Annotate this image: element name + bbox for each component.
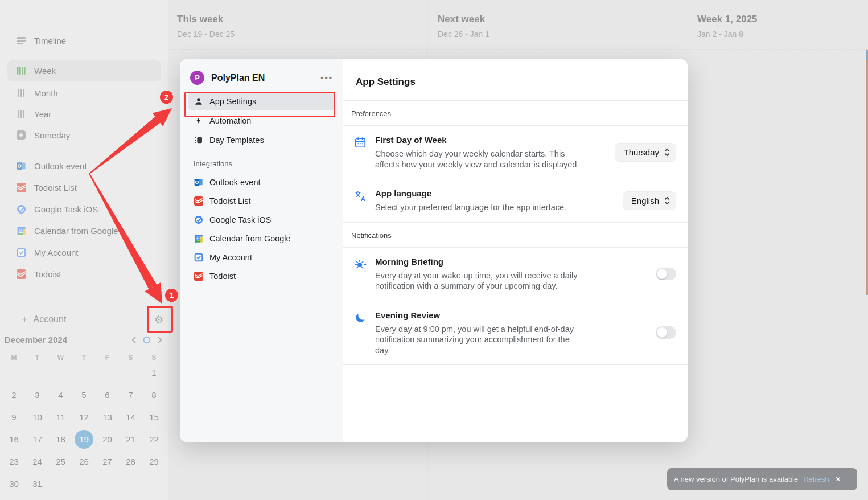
weekday-header-row: M T W T F S S	[0, 354, 168, 362]
integration-label: My Account	[209, 253, 252, 262]
evening-review-toggle[interactable]	[656, 326, 676, 339]
calendar-day[interactable]: 7	[119, 384, 142, 406]
setting-title: First Day of Week	[375, 135, 585, 145]
calendar-day[interactable]: 4	[49, 384, 72, 406]
calendar-day[interactable]: 26	[72, 450, 96, 473]
calendar-day[interactable]: 12	[72, 406, 96, 428]
sidebar-item-google-calendar[interactable]: 31 Calendar from Google	[0, 222, 168, 239]
sidebar-item-my-account[interactable]: My Account	[0, 244, 168, 261]
mini-calendar: December 2024 M T W T F S S 1 2 3 4 5 6 …	[0, 335, 168, 495]
google-calendar-icon: 31	[194, 233, 203, 243]
moon-icon	[353, 311, 367, 325]
calendar-icon	[353, 136, 367, 149]
calendar-next-button[interactable]	[157, 336, 163, 344]
someday-icon	[16, 130, 26, 140]
calendar-today-button[interactable]	[143, 336, 151, 344]
menu-item-app-settings[interactable]: App Settings	[188, 92, 335, 110]
column-range: Dec 26 - Jan 1	[438, 30, 489, 39]
add-account-button[interactable]: + Account	[0, 310, 168, 329]
calendar-day[interactable]: 27	[96, 450, 119, 473]
add-account-label: Account	[34, 314, 67, 325]
first-day-select[interactable]: Thursday	[615, 143, 676, 162]
menu-item-label: Automation	[209, 116, 251, 125]
section-label-notifications: Notifications	[343, 223, 688, 248]
column-title: Week 1, 2025	[697, 14, 758, 25]
calendar-prev-button[interactable]	[131, 336, 137, 344]
sidebar-item-todoist[interactable]: Todoist	[0, 265, 168, 282]
plus-icon: +	[22, 314, 28, 326]
setting-row-first-day: First Day of Week Choose which day your …	[343, 126, 688, 179]
modal-integration-todoist-list[interactable]: Todoist List	[188, 191, 335, 210]
modal-integration-my-account[interactable]: My Account	[188, 248, 335, 267]
mini-calendar-title: December 2024	[5, 335, 131, 345]
calendar-day[interactable]: 10	[26, 406, 49, 428]
calendar-day[interactable]: 29	[142, 450, 166, 473]
integration-label: Todoist List	[209, 196, 251, 206]
modal-integration-outlook[interactable]: Outlook event	[188, 173, 335, 191]
column-title: Next week	[438, 14, 489, 25]
calendar-day[interactable]: 8	[142, 384, 166, 406]
calendar-day[interactable]: 18	[49, 428, 72, 450]
sidebar-item-todoist-list[interactable]: Todoist List	[0, 179, 168, 196]
sidebar-item-week[interactable]: Week	[7, 60, 161, 81]
calendar-day[interactable]: 1	[142, 362, 166, 384]
translate-icon: A	[353, 189, 367, 203]
sidebar-item-label: Timeline	[34, 36, 66, 46]
calendar-day[interactable]: 20	[96, 428, 119, 450]
calendar-day[interactable]: 14	[119, 406, 142, 428]
calendar-day[interactable]: 22	[142, 428, 166, 450]
calendar-day[interactable]: 15	[142, 406, 166, 428]
calendar-day[interactable]: 17	[26, 428, 49, 450]
sidebar-item-label: Month	[34, 88, 58, 98]
integrations-section-label: Integrations	[194, 159, 335, 168]
setting-row-app-language: A App language Select your preferred lan…	[343, 179, 688, 223]
workspace-avatar: P	[190, 71, 204, 85]
workspace-name: PolyPlan EN	[211, 73, 314, 83]
outlook-icon	[16, 161, 26, 171]
calendar-day[interactable]: 24	[26, 450, 49, 473]
modal-integration-todoist[interactable]: Todoist	[188, 267, 335, 285]
calendar-day[interactable]: 6	[96, 384, 119, 406]
calendar-day[interactable]: 11	[49, 406, 72, 428]
calendar-days: 1 2 3 4 5 6 7 8 9 10 11 12 13 14 15 16 1…	[0, 362, 168, 495]
calendar-day[interactable]: 9	[2, 406, 26, 428]
menu-item-automation[interactable]: Automation	[188, 111, 335, 130]
column-week-1: Week 1, 2025 Jan 2 - Jan 8	[697, 14, 758, 39]
calendar-day[interactable]: 30	[2, 473, 26, 495]
sidebar-item-label: Year	[34, 109, 51, 119]
calendar-day[interactable]: 31	[26, 473, 49, 495]
workspace-menu-button[interactable]: •••	[320, 73, 333, 83]
calendar-day[interactable]: 21	[119, 428, 142, 450]
svg-text:31: 31	[196, 237, 200, 240]
calendar-day[interactable]: 16	[2, 428, 26, 450]
morning-briefing-toggle[interactable]	[656, 268, 676, 280]
refresh-link[interactable]: Refresh	[803, 475, 829, 483]
calendar-day[interactable]: 3	[26, 384, 49, 406]
modal-integration-google-task[interactable]: Google Task iOS	[188, 210, 335, 229]
app-language-select[interactable]: English	[623, 191, 676, 210]
sidebar-item-month[interactable]: Month	[0, 84, 168, 101]
calendar-day[interactable]: 25	[49, 450, 72, 473]
menu-item-day-templates[interactable]: Day Templates	[188, 130, 335, 149]
sidebar-item-year[interactable]: Year	[0, 105, 168, 122]
calendar-day-selected[interactable]: 19	[72, 428, 96, 450]
setting-description: Select your preferred language for the a…	[375, 202, 585, 213]
calendar-day[interactable]: 5	[72, 384, 96, 406]
modal-integration-google-calendar[interactable]: 31 Calendar from Google	[188, 229, 335, 248]
calendar-day[interactable]: 23	[2, 450, 26, 473]
svg-text:31: 31	[19, 228, 23, 232]
sidebar-item-google-task[interactable]: Google Task iOS	[0, 200, 168, 218]
settings-gear-button[interactable]: ⚙	[150, 311, 167, 328]
google-calendar-icon: 31	[16, 226, 26, 236]
setting-title: App language	[375, 188, 585, 198]
close-icon[interactable]: ×	[836, 475, 841, 484]
sidebar-item-timeline[interactable]: Timeline	[0, 32, 168, 49]
calendar-day[interactable]: 28	[119, 450, 142, 473]
weekday-label: T	[26, 354, 49, 362]
settings-modal: P PolyPlan EN ••• App Settings Automatio…	[180, 59, 688, 442]
calendar-day[interactable]: 2	[2, 384, 26, 406]
sidebar-item-outlook-event[interactable]: Outlook event	[0, 157, 168, 174]
section-label-preferences: Preferences	[343, 101, 688, 126]
calendar-day[interactable]: 13	[96, 406, 119, 428]
sidebar-item-someday[interactable]: Someday	[0, 126, 168, 144]
